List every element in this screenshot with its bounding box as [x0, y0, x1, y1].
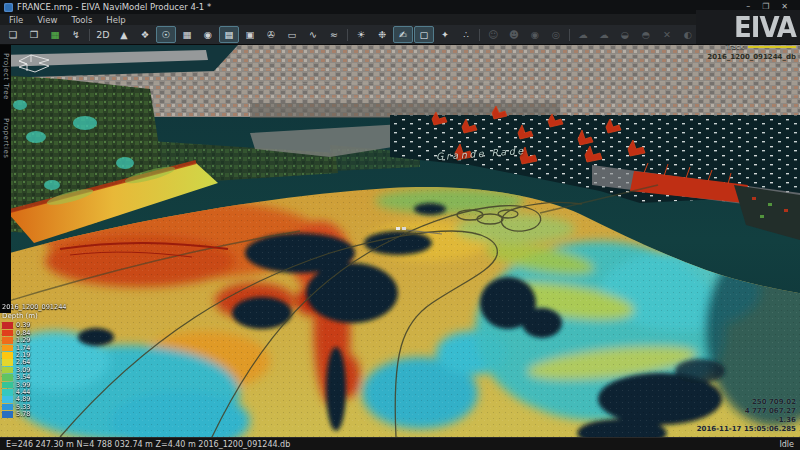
depth-legend-entry: 2.19 [2, 352, 66, 359]
menu-item-tools[interactable]: Tools [64, 15, 99, 25]
compass-widget[interactable] [15, 52, 53, 76]
cursor-readout-line: -1.36 [697, 416, 796, 425]
legend-color-swatch [2, 367, 13, 374]
dock-tab-project-tree[interactable]: Project Tree [2, 53, 10, 100]
track-legend: Track [726, 45, 796, 51]
new-project-icon[interactable]: ❏ [3, 26, 23, 43]
depth-legend-entry: 1.74 [2, 344, 66, 351]
legend-color-swatch [2, 345, 13, 352]
light-bulb-icon[interactable]: ☉ [156, 26, 176, 43]
select-area-icon[interactable]: ▢ [414, 26, 434, 43]
depth-legend: 2016_1200_091244 Depth (m) 0.390.841.291… [2, 303, 66, 418]
dock-strip: Project TreeProperties [0, 45, 11, 313]
depth-legend-entry: 0.84 [2, 329, 66, 336]
dock-tab-properties[interactable]: Properties [2, 118, 10, 158]
status-bar: E=246 247.30 m N=4 788 032.74 m Z=4.40 m… [0, 437, 800, 450]
menu-bar: FileViewToolsHelp [0, 14, 800, 25]
connect-icon[interactable]: ↯ [66, 26, 86, 43]
viewport-3d: Project TreeProperties Track 2016_1200_0… [0, 45, 800, 437]
globe-icon[interactable]: ◉ [198, 26, 218, 43]
cloud-filter-icon: ☁ [594, 26, 614, 43]
cursor-readout-line: 250 709.02 [697, 398, 796, 407]
point-reject-icon: ◓ [636, 26, 656, 43]
legend-depth-value: 2.64 [16, 359, 30, 366]
depth-legend-entry: 4.89 [2, 396, 66, 403]
sphere-icon: ◐ [678, 26, 698, 43]
menu-item-file[interactable]: File [2, 15, 30, 25]
depth-legend-entry: 5.33 [2, 403, 66, 410]
legend-depth-value: 4.89 [16, 396, 30, 403]
stereo-3d-icon[interactable]: ▣ [240, 26, 260, 43]
legend-color-swatch [2, 322, 13, 329]
point-accept-icon: ◒ [615, 26, 635, 43]
legend-color-swatch [2, 374, 13, 381]
save-icon[interactable]: ▦ [45, 26, 65, 43]
eiva-logo: EIVA [734, 12, 796, 41]
legend-depth-value: 1.29 [16, 337, 30, 344]
grid-icon[interactable]: ▦ [177, 26, 197, 43]
track-color-line [748, 46, 796, 48]
menu-item-help[interactable]: Help [99, 15, 132, 25]
legend-color-swatch [2, 352, 13, 359]
depth-legend-entry: 3.54 [2, 374, 66, 381]
legend-depth-value: 0.39 [16, 322, 30, 329]
edit-seabed-icon[interactable]: ✍ [393, 26, 413, 43]
legend-color-swatch [2, 389, 13, 396]
toolbar-separator [569, 29, 570, 41]
lamp-icon[interactable]: ✦ [435, 26, 455, 43]
menu-item-view[interactable]: View [30, 15, 64, 25]
despike-icon: ☻ [504, 26, 524, 43]
view-2d-icon[interactable]: 2D [93, 26, 113, 43]
legend-color-swatch [2, 404, 13, 411]
depth-legend-entry: 3.99 [2, 381, 66, 388]
ruler-icon[interactable]: ▭ [282, 26, 302, 43]
surface-shading-icon[interactable]: ▤ [219, 26, 239, 43]
application-window: FRANCE.nmp - EIVA NaviModel Producer 4-1… [0, 0, 800, 450]
legend-color-swatch [2, 330, 13, 337]
track-legend-label: Track [726, 45, 744, 51]
legend-depth-value: 5.78 [16, 411, 30, 418]
status-position-readout: E=246 247.30 m N=4 788 032.74 m Z=4.40 m… [6, 440, 290, 449]
depth-legend-entry: 5.78 [2, 411, 66, 418]
depth-legend-units: Depth (m) [2, 312, 66, 320]
scatter-points-icon[interactable]: ∴ [456, 26, 476, 43]
legend-color-swatch [2, 396, 13, 403]
legend-depth-value: 3.54 [16, 374, 30, 381]
legend-color-swatch [2, 382, 13, 389]
seabed-profile-icon[interactable]: ≈ [324, 26, 344, 43]
palette-icon[interactable]: ❉ [372, 26, 392, 43]
depth-legend-entry: 3.09 [2, 366, 66, 373]
cursor-readout-line: 2016-11-17 15:05:06.285 [697, 425, 796, 434]
toolbar: ❏❒▦↯2D▲❖☉▦◉▤▣✇▭∿≈☀❉✍▢✦∴☺☻◉◎☁☁◒◓✕◐➢☁☂ [0, 25, 800, 45]
window-title: FRANCE.nmp - EIVA NaviModel Producer 4-1… [17, 2, 211, 12]
depth-legend-entry: 2.64 [2, 359, 66, 366]
brand-panel: EIVA [696, 10, 800, 44]
point-edit-icon: ◉ [525, 26, 545, 43]
depth-legend-title: 2016_1200_091244 [2, 303, 66, 311]
smooth-surface-icon: ☺ [483, 26, 503, 43]
eraser-icon: ✕ [657, 26, 677, 43]
depth-legend-entry: 0.39 [2, 322, 66, 329]
3d-scene-canvas[interactable] [0, 45, 800, 437]
toolbar-separator [347, 29, 348, 41]
legend-color-swatch [2, 411, 13, 418]
xyz-cloud-icon: ☁ [573, 26, 593, 43]
app-icon [4, 3, 13, 12]
brightness-icon[interactable]: ☀ [351, 26, 371, 43]
open-project-icon[interactable]: ❒ [24, 26, 44, 43]
cursor-readout-line: 4 777 067.27 [697, 407, 796, 416]
profile-icon[interactable]: ∿ [303, 26, 323, 43]
depth-legend-entry: 4.44 [2, 389, 66, 396]
toolbar-separator [479, 29, 480, 41]
status-state: Idle [779, 440, 794, 449]
toolbar-separator [89, 29, 90, 41]
north-arrow-icon[interactable]: ▲ [114, 26, 134, 43]
camera-icon[interactable]: ✇ [261, 26, 281, 43]
title-bar: FRANCE.nmp - EIVA NaviModel Producer 4-1… [0, 0, 800, 14]
point-remove-icon: ◎ [546, 26, 566, 43]
legend-color-swatch [2, 337, 13, 344]
cursor-position-readout: 250 709.024 777 067.27-1.362016-11-17 15… [697, 398, 796, 434]
track-source-label: 2016_1200_091244_db [707, 53, 796, 61]
view-3d-icon[interactable]: ❖ [135, 26, 155, 43]
legend-color-swatch [2, 359, 13, 366]
